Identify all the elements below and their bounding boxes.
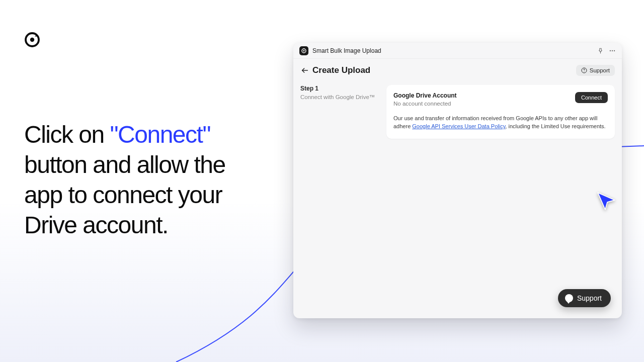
support-pill-label: Support — [577, 294, 602, 302]
cursor-pointer-icon — [596, 191, 617, 212]
svg-point-1 — [30, 38, 34, 42]
support-button[interactable]: Support — [576, 65, 615, 76]
app-logo-icon — [299, 46, 308, 55]
more-icon[interactable] — [609, 47, 616, 54]
step-description: Connect with Google Drive™ — [300, 94, 378, 100]
instruction-headline: Click on "Connect" button and allow the … — [24, 120, 266, 240]
app-window: Smart Bulk Image Upload Create Upload — [293, 43, 622, 318]
card-legal-text: Our use and transfer of information rece… — [393, 115, 608, 131]
page-title: Create Upload — [312, 65, 370, 75]
connect-button[interactable]: Connect — [575, 92, 608, 103]
help-icon — [581, 67, 587, 73]
svg-point-4 — [610, 50, 611, 51]
svg-point-6 — [614, 50, 615, 51]
legal-post: , including the Limited Use requirements… — [505, 123, 605, 129]
headline-accent: "Connect" — [110, 121, 210, 148]
headline-pre: Click on — [24, 121, 110, 148]
connect-card: Google Drive Account No account connecte… — [386, 85, 615, 139]
headline-post: button and allow the app to connect your… — [24, 151, 225, 238]
brand-logo — [24, 31, 41, 48]
steps-column: Step 1 Connect with Google Drive™ — [300, 85, 378, 139]
legal-link[interactable]: Google API Services User Data Policy — [412, 123, 505, 129]
card-subtitle: No account connected — [393, 101, 457, 107]
window-title: Smart Bulk Image Upload — [312, 47, 381, 54]
page-header: Create Upload Support — [293, 59, 622, 81]
window-titlebar: Smart Bulk Image Upload — [293, 43, 622, 59]
chat-icon — [565, 294, 573, 302]
step-label: Step 1 — [300, 85, 378, 92]
support-chat-pill[interactable]: Support — [558, 289, 611, 307]
back-arrow-icon[interactable] — [300, 66, 309, 75]
svg-point-3 — [303, 50, 305, 51]
card-title: Google Drive Account — [393, 92, 457, 99]
content-area: Step 1 Connect with Google Drive™ Google… — [293, 81, 622, 139]
svg-point-5 — [612, 50, 613, 51]
svg-point-9 — [584, 71, 584, 72]
pin-icon[interactable] — [597, 47, 604, 54]
support-button-label: Support — [590, 67, 610, 73]
